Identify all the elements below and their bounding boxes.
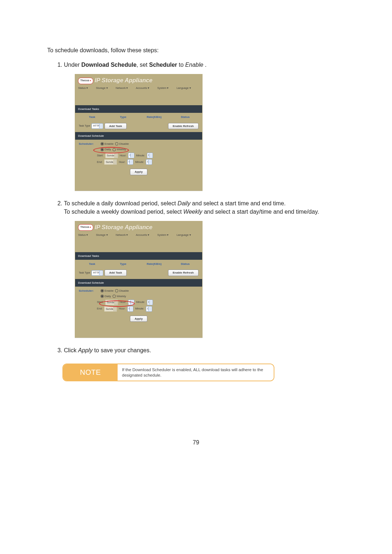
end-day-select[interactable]: Sunday xyxy=(104,306,117,312)
menu-accounts[interactable]: Accounts xyxy=(136,86,149,90)
radio-enable[interactable] xyxy=(101,142,104,145)
intro-text: To schedule downloads, follow these step… xyxy=(47,47,345,54)
logo: Thecus xyxy=(78,224,93,231)
apply-button[interactable]: Apply xyxy=(130,169,147,175)
task-type-select[interactable]: HTTP xyxy=(91,123,103,129)
menu-system[interactable]: System xyxy=(157,233,168,237)
menu-accounts[interactable]: Accounts xyxy=(136,233,149,237)
task-type-select[interactable]: HTTP xyxy=(91,270,103,276)
menu-storage[interactable]: Storage xyxy=(96,86,107,90)
menu-language[interactable]: Language xyxy=(176,233,191,237)
start-hour-select[interactable]: 0 xyxy=(128,300,134,305)
term-download-schedule: Download Schedule xyxy=(81,62,136,68)
start-day-select[interactable]: Sunday xyxy=(105,300,118,305)
start-label: Start: xyxy=(97,154,103,158)
radio-enable[interactable] xyxy=(101,289,104,292)
term-scheduler: Scheduler xyxy=(149,62,177,68)
note-text: If the Download Scheduler is enabled, AL… xyxy=(118,364,274,381)
task-table-header: TaskType Rate(KB/s)Status xyxy=(75,113,202,123)
page-number: 79 xyxy=(47,439,345,446)
menu-status[interactable]: Status xyxy=(78,86,88,90)
menu-status[interactable]: Status xyxy=(78,233,88,237)
end-minute-select[interactable]: 0 xyxy=(146,159,152,165)
step-1: Under Download Schedule, set Scheduler t… xyxy=(64,61,345,191)
task-type-label: Task Type xyxy=(79,124,90,128)
menu-storage[interactable]: Storage xyxy=(96,233,107,237)
task-type-label: Task Type xyxy=(79,271,90,275)
end-hour-select[interactable]: 0 xyxy=(127,159,134,165)
end-label: End: xyxy=(97,160,102,164)
term-daily: Daily xyxy=(177,200,191,206)
add-task-button[interactable]: Add Task xyxy=(105,270,127,276)
scheduler-label: Scheduler: xyxy=(79,289,101,293)
step-2: To schedule a daily download period, sel… xyxy=(64,200,345,338)
term-weekly: Weekly xyxy=(183,209,202,215)
radio-daily[interactable] xyxy=(101,295,104,298)
radio-disable[interactable] xyxy=(115,289,118,292)
section-download-schedule: Download Schedule xyxy=(75,279,202,287)
menu-system[interactable]: System xyxy=(157,86,168,90)
start-minute-select[interactable]: 0 xyxy=(147,300,153,305)
steps-list: Under Download Schedule, set Scheduler t… xyxy=(47,61,345,355)
start-hour-select[interactable]: 0 xyxy=(128,153,134,158)
top-menu: Status Storage Network Accounts System L… xyxy=(75,85,202,90)
top-menu: Status Storage Network Accounts System L… xyxy=(75,232,202,237)
end-minute-select[interactable]: 0 xyxy=(146,306,152,312)
step-3: Click Apply to save your changes. xyxy=(64,346,345,354)
term-apply: Apply xyxy=(78,347,93,353)
app-title: IP Storage Appliance xyxy=(95,77,152,85)
radio-weekly[interactable] xyxy=(113,148,116,151)
end-day-select[interactable]: Sunday xyxy=(104,159,117,165)
apply-button[interactable]: Apply xyxy=(130,316,147,322)
section-download-tasks: Download Tasks xyxy=(75,105,202,113)
logo: Thecus xyxy=(78,78,93,84)
task-table-header: TaskType Rate(KB/s)Status xyxy=(75,260,202,270)
menu-language[interactable]: Language xyxy=(176,86,191,90)
start-label: Start: xyxy=(97,300,103,304)
end-label: End: xyxy=(97,307,102,311)
scheduler-label: Scheduler: xyxy=(79,142,101,146)
menu-network[interactable]: Network xyxy=(116,86,128,90)
radio-disable[interactable] xyxy=(115,142,118,145)
radio-weekly[interactable] xyxy=(113,295,116,298)
section-download-tasks: Download Tasks xyxy=(75,252,202,260)
start-minute-select[interactable]: 0 xyxy=(147,153,153,158)
end-hour-select[interactable]: 0 xyxy=(127,306,134,312)
menu-network[interactable]: Network xyxy=(116,233,128,237)
screenshot-2: Thecus IP Storage Appliance Status Stora… xyxy=(75,221,203,338)
start-day-select[interactable]: Sunday xyxy=(105,153,118,158)
section-download-schedule: Download Schedule xyxy=(75,132,202,140)
note-box: NOTE If the Download Scheduler is enable… xyxy=(62,364,274,382)
radio-daily[interactable] xyxy=(101,148,104,151)
term-enable: Enable xyxy=(185,62,203,68)
enable-refresh-button[interactable]: Enable Refresh xyxy=(168,123,199,129)
enable-refresh-button[interactable]: Enable Refresh xyxy=(168,270,199,276)
note-label: NOTE xyxy=(63,364,118,381)
add-task-button[interactable]: Add Task xyxy=(105,123,127,129)
app-title: IP Storage Appliance xyxy=(95,223,152,231)
screenshot-1: Thecus IP Storage Appliance Status Stora… xyxy=(75,74,203,191)
